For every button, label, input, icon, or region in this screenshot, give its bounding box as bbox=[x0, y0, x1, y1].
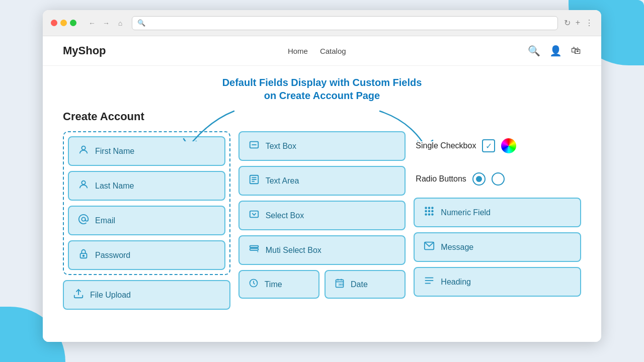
back-button[interactable]: ← bbox=[87, 18, 98, 29]
nav-home[interactable]: Home bbox=[288, 47, 308, 55]
col3-special-fields: Single Checkbox ✓ Radio Buttons bbox=[414, 131, 581, 297]
person-outline-icon bbox=[78, 179, 89, 193]
form-grid: First Name Last Name bbox=[63, 131, 581, 310]
annotation-text: Default Fields Display with Custom Field… bbox=[63, 76, 581, 102]
shop-nav-links: Home Catalog bbox=[288, 47, 346, 55]
forward-button[interactable]: → bbox=[101, 18, 112, 29]
file-upload-field[interactable]: File Upload bbox=[63, 280, 230, 310]
form-title: Create Account bbox=[63, 110, 581, 123]
svg-rect-14 bbox=[250, 248, 258, 250]
radio-buttons-row: Radio Buttons bbox=[414, 165, 581, 193]
single-checkbox-label: Single Checkbox bbox=[416, 141, 476, 150]
numeric-field[interactable]: Numeric Field bbox=[414, 198, 581, 227]
text-area-field[interactable]: Text Area bbox=[238, 166, 406, 196]
time-field[interactable]: Time bbox=[238, 270, 319, 299]
clock-icon bbox=[249, 278, 259, 291]
svg-rect-13 bbox=[250, 246, 258, 248]
search-icon[interactable]: 🔍 bbox=[528, 45, 540, 57]
last-name-field[interactable]: Last Name bbox=[68, 171, 225, 201]
password-field[interactable]: Password bbox=[68, 240, 225, 270]
user-icon[interactable]: 👤 bbox=[549, 45, 562, 57]
svg-point-25 bbox=[426, 211, 427, 212]
message-field[interactable]: Message bbox=[414, 232, 581, 262]
svg-point-23 bbox=[429, 207, 430, 209]
text-icon bbox=[249, 139, 260, 153]
home-button[interactable]: ⌂ bbox=[115, 18, 126, 29]
svg-point-4 bbox=[83, 255, 85, 256]
date-field[interactable]: 365 Date bbox=[325, 270, 406, 299]
svg-point-30 bbox=[432, 214, 433, 215]
textarea-icon bbox=[249, 174, 260, 188]
col2-custom-fields: Text Box bbox=[238, 131, 406, 299]
svg-rect-12 bbox=[250, 211, 258, 218]
time-date-row: Time bbox=[238, 270, 406, 299]
radio-buttons-label: Radio Buttons bbox=[416, 174, 466, 184]
lock-icon bbox=[78, 248, 89, 262]
checkbox-icon[interactable]: ✓ bbox=[482, 139, 495, 152]
multi-select-field[interactable]: Muti Select Box bbox=[238, 235, 406, 265]
browser-chrome: ← → ⌂ 🔍 ↻ + ⋮ bbox=[43, 10, 601, 36]
browser-actions: ↻ + ⋮ bbox=[564, 18, 593, 28]
default-fields-group: First Name Last Name bbox=[63, 131, 230, 275]
minimize-button[interactable] bbox=[60, 20, 67, 26]
browser-nav: ← → ⌂ bbox=[87, 18, 126, 29]
svg-point-26 bbox=[429, 211, 430, 212]
text-box-field[interactable]: Text Box bbox=[238, 131, 406, 161]
svg-point-0 bbox=[82, 146, 85, 150]
new-tab-icon[interactable]: + bbox=[576, 18, 580, 28]
lines-icon bbox=[424, 275, 435, 289]
svg-point-2 bbox=[82, 217, 85, 221]
shop-icons: 🔍 👤 🛍 bbox=[528, 45, 581, 57]
cart-icon[interactable]: 🛍 bbox=[571, 45, 581, 57]
menu-icon[interactable]: ⋮ bbox=[585, 18, 593, 28]
nav-catalog[interactable]: Catalog bbox=[320, 47, 346, 55]
email-field[interactable]: Email bbox=[68, 206, 225, 235]
color-wheel-icon bbox=[501, 138, 516, 153]
radio-empty-icon[interactable] bbox=[492, 172, 505, 186]
svg-text:365: 365 bbox=[339, 283, 344, 286]
maximize-button[interactable] bbox=[70, 20, 76, 26]
multiselect-icon bbox=[249, 243, 260, 257]
first-name-field[interactable]: First Name bbox=[68, 136, 225, 166]
reload-icon[interactable]: ↻ bbox=[564, 18, 571, 28]
svg-point-22 bbox=[426, 207, 427, 209]
svg-point-1 bbox=[82, 181, 85, 185]
calendar-icon: 365 bbox=[335, 278, 345, 291]
address-bar[interactable]: 🔍 bbox=[132, 16, 558, 30]
envelope-icon bbox=[424, 240, 435, 254]
main-area: Default Fields Display with Custom Field… bbox=[43, 66, 601, 325]
upload-icon bbox=[73, 288, 84, 302]
at-icon bbox=[78, 214, 89, 227]
svg-point-27 bbox=[432, 211, 433, 212]
traffic-lights bbox=[51, 20, 76, 26]
shop-logo: MyShop bbox=[63, 44, 106, 57]
close-button[interactable] bbox=[51, 20, 57, 26]
shop-navbar: MyShop Home Catalog 🔍 👤 🛍 bbox=[43, 36, 601, 66]
grid-icon bbox=[424, 206, 435, 219]
heading-field[interactable]: Heading bbox=[414, 267, 581, 297]
page-content: MyShop Home Catalog 🔍 👤 🛍 bbox=[43, 36, 601, 342]
person-icon bbox=[78, 144, 89, 158]
svg-point-28 bbox=[426, 214, 427, 215]
select-box-field[interactable]: Select Box bbox=[238, 201, 406, 230]
col1-default-fields: First Name Last Name bbox=[63, 131, 230, 310]
single-checkbox-row: Single Checkbox ✓ bbox=[414, 131, 581, 160]
select-icon bbox=[249, 209, 260, 222]
svg-point-29 bbox=[429, 214, 430, 215]
annotation: Default Fields Display with Custom Field… bbox=[63, 76, 581, 102]
svg-point-24 bbox=[432, 207, 433, 209]
radio-filled-icon[interactable] bbox=[472, 172, 486, 186]
